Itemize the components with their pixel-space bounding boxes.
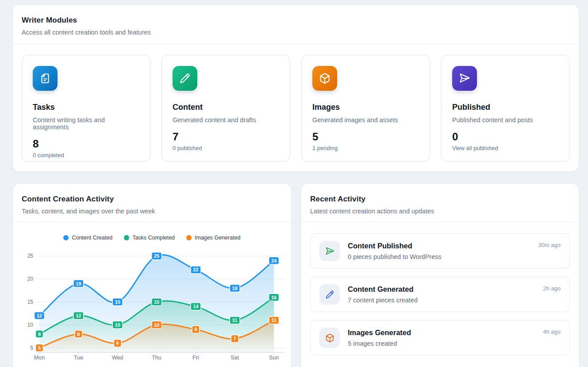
legend-dot xyxy=(186,235,192,240)
module-count: 7 xyxy=(173,131,279,143)
module-footer: 1 pending xyxy=(312,145,419,151)
activity-text: Content Published 0 pieces published to … xyxy=(348,242,442,260)
svg-text:11: 11 xyxy=(232,317,238,323)
activity-timestamp: 4h ago xyxy=(543,321,561,335)
chart-panel-subtitle: Tasks, content, and images over the past… xyxy=(22,208,282,215)
activity-title: Content Generated xyxy=(348,285,418,294)
modules-grid: Tasks Content writing tasks and assignme… xyxy=(13,44,579,173)
writer-modules-title: Writer Modules xyxy=(22,16,570,25)
module-title: Tasks xyxy=(33,103,139,112)
svg-text:25: 25 xyxy=(154,253,159,259)
svg-text:11: 11 xyxy=(271,317,277,323)
recent-activity-panel: Recent Activity Latest content creation … xyxy=(301,183,579,367)
svg-text:Thu: Thu xyxy=(152,355,161,361)
recent-activity-title: Recent Activity xyxy=(310,195,570,204)
activity-item-content-published[interactable]: Content Published 0 pieces published to … xyxy=(310,233,570,269)
module-description: Generated content and drafts xyxy=(173,116,279,124)
svg-text:6: 6 xyxy=(116,340,119,346)
module-footer: 0 completed xyxy=(33,152,139,158)
activity-description: 7 content pieces created xyxy=(348,297,418,304)
svg-text:10: 10 xyxy=(115,322,120,328)
writer-modules-subtitle: Access all content creation tools and fe… xyxy=(22,29,570,36)
svg-text:7: 7 xyxy=(234,336,236,341)
svg-text:19: 19 xyxy=(76,281,81,286)
svg-text:Sat: Sat xyxy=(231,355,239,361)
activity-description: 0 pieces published to WordPress xyxy=(348,253,442,260)
svg-text:10: 10 xyxy=(154,322,159,328)
pencil-icon xyxy=(319,284,340,305)
module-description: Published content and posts xyxy=(452,116,559,124)
module-title: Published xyxy=(452,103,559,112)
legend-label: Content Created xyxy=(72,235,112,241)
svg-text:Tue: Tue xyxy=(74,355,83,361)
recent-activity-subtitle: Latest content creation actions and upda… xyxy=(310,208,570,215)
module-description: Generated images and assets xyxy=(312,116,419,124)
svg-text:8: 8 xyxy=(77,332,80,337)
module-footer: 0 published xyxy=(173,145,279,151)
module-card-tasks[interactable]: Tasks Content writing tasks and assignme… xyxy=(22,55,150,162)
module-count: 0 xyxy=(452,131,559,143)
chart-legend: Content CreatedTasks CompletedImages Gen… xyxy=(13,235,291,241)
svg-text:18: 18 xyxy=(232,286,238,291)
legend-label: Images Generated xyxy=(195,235,241,241)
legend-dot xyxy=(63,235,69,240)
activity-title: Images Generated xyxy=(348,328,411,337)
activity-line-chart: 510152025MonTueWedThuFriSatSun1219152522… xyxy=(13,244,292,364)
legend-item[interactable]: Content Created xyxy=(63,235,112,241)
svg-text:25: 25 xyxy=(27,253,34,259)
recent-activity-header: Recent Activity Latest content creation … xyxy=(301,184,579,223)
module-title: Images xyxy=(312,103,419,112)
svg-text:Mon: Mon xyxy=(34,355,45,361)
svg-text:9: 9 xyxy=(194,327,197,332)
module-count: 5 xyxy=(312,131,419,143)
module-card-published[interactable]: Published Published content and posts 0 … xyxy=(441,55,570,162)
svg-text:12: 12 xyxy=(76,313,81,318)
svg-text:16: 16 xyxy=(271,295,277,300)
legend-label: Tasks Completed xyxy=(132,235,175,241)
legend-item[interactable]: Tasks Completed xyxy=(124,235,175,241)
activity-timestamp: 2h ago xyxy=(543,277,561,292)
send-icon xyxy=(319,241,340,261)
cube-icon xyxy=(319,328,340,348)
module-card-images[interactable]: Images Generated images and assets 5 1 p… xyxy=(301,55,430,162)
svg-text:Fri: Fri xyxy=(192,355,199,361)
module-title: Content xyxy=(173,103,279,112)
pencil-icon xyxy=(173,66,197,91)
module-count: 8 xyxy=(33,138,139,150)
activity-title: Content Published xyxy=(348,242,442,250)
activity-item-content-generated[interactable]: Content Generated 7 content pieces creat… xyxy=(310,277,570,312)
svg-text:12: 12 xyxy=(37,313,42,318)
svg-text:15: 15 xyxy=(115,299,120,305)
legend-dot xyxy=(124,235,129,240)
module-description: Content writing tasks and assignments xyxy=(33,116,139,131)
activity-description: 5 images created xyxy=(348,340,411,347)
svg-text:15: 15 xyxy=(154,299,159,305)
chart-panel-header: Content Creation Activity Tasks, content… xyxy=(13,184,291,223)
svg-text:5: 5 xyxy=(38,345,41,351)
svg-text:10: 10 xyxy=(27,322,34,328)
activity-timestamp: 30m ago xyxy=(538,234,561,248)
svg-text:22: 22 xyxy=(193,267,198,272)
svg-text:24: 24 xyxy=(271,258,277,263)
legend-item[interactable]: Images Generated xyxy=(186,235,241,241)
activity-list: Content Published 0 pieces published to … xyxy=(301,223,579,366)
svg-text:15: 15 xyxy=(27,299,34,305)
activity-text: Images Generated 5 images created xyxy=(348,328,411,347)
activity-text: Content Generated 7 content pieces creat… xyxy=(348,285,418,304)
svg-text:20: 20 xyxy=(27,276,34,282)
writer-modules-panel: Writer Modules Access all content creati… xyxy=(12,4,579,172)
svg-text:14: 14 xyxy=(193,304,199,309)
activity-item-images-generated[interactable]: Images Generated 5 images created 4h ago xyxy=(310,320,570,355)
content-creation-activity-panel: Content Creation Activity Tasks, content… xyxy=(12,183,292,367)
cube-icon xyxy=(312,66,337,91)
module-footer: View all published xyxy=(452,145,559,151)
send-icon xyxy=(452,66,477,91)
svg-text:Sun: Sun xyxy=(269,355,279,361)
svg-text:8: 8 xyxy=(38,332,41,337)
svg-text:5: 5 xyxy=(30,345,33,351)
module-card-content[interactable]: Content Generated content and drafts 7 0… xyxy=(161,55,290,162)
svg-text:Wed: Wed xyxy=(112,355,123,361)
chart-panel-title: Content Creation Activity xyxy=(22,195,282,204)
file-icon xyxy=(33,66,58,91)
writer-modules-header: Writer Modules Access all content creati… xyxy=(13,5,579,44)
